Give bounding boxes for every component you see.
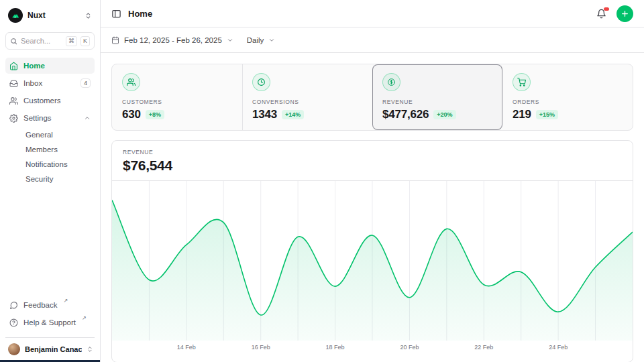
sidebar-item-customers[interactable]: Customers (5, 93, 95, 109)
chevron-down-icon (268, 37, 275, 44)
filter-toolbar: Feb 12, 2025 - Feb 26, 2025 Daily (101, 27, 644, 53)
home-icon (9, 62, 18, 70)
stat-value: $477,626 (382, 108, 429, 121)
dashboard-content: CUSTOMERS 630 +8% CONVERSIONS 1343 +14% (101, 53, 644, 362)
users-icon (122, 73, 140, 91)
chart-current-value: $76,544 (123, 158, 622, 174)
stat-value: 630 (122, 108, 141, 121)
revenue-area-chart (112, 181, 633, 341)
nuxt-logo (8, 8, 23, 23)
x-axis-ticks: 14 Feb16 Feb18 Feb20 Feb22 Feb24 Feb (112, 341, 633, 355)
sidebar-item-members[interactable]: Members (5, 142, 95, 157)
stat-label: CONVERSIONS (252, 99, 362, 105)
cart-icon (513, 73, 531, 91)
add-button[interactable] (616, 5, 633, 22)
sidebar-nav: Home Inbox 4 Customers Settings Ge (5, 58, 95, 186)
footer-link-label: Help & Support (23, 318, 76, 326)
chart-canvas (112, 181, 633, 341)
clock-icon (252, 73, 270, 91)
stat-card-revenue[interactable]: REVENUE $477,626 +20% (372, 64, 502, 130)
granularity-label: Daily (247, 36, 264, 44)
sidebar-item-label: Settings (23, 114, 52, 122)
footer-link-label: Feedback (23, 301, 58, 309)
top-header: Home (101, 0, 644, 27)
stat-label: CUSTOMERS (122, 99, 232, 105)
external-link-icon: ↗ (82, 314, 87, 322)
stat-delta-badge: +15% (536, 110, 558, 119)
x-tick-label: 20 Feb (400, 344, 419, 351)
workspace-selector[interactable]: Nuxt (5, 7, 95, 24)
calendar-icon (111, 36, 119, 44)
granularity-select[interactable]: Daily (247, 36, 276, 44)
sidebar-item-label: Inbox (23, 79, 42, 87)
notification-dot (604, 7, 609, 11)
gear-icon (9, 114, 18, 123)
stat-card-conversions[interactable]: CONVERSIONS 1343 +14% (242, 64, 372, 130)
stat-delta-badge: +8% (146, 110, 164, 119)
inbox-icon (9, 79, 18, 88)
header-actions (596, 5, 633, 22)
chevrons-up-down-icon (85, 12, 92, 19)
stat-delta-badge: +20% (433, 110, 455, 119)
user-menu[interactable]: Benjamin Canac (5, 337, 95, 357)
avatar (8, 343, 20, 355)
sidebar: Nuxt Search... ⌘ K Home Inbox 4 (0, 0, 101, 362)
stat-value: 1343 (252, 108, 277, 121)
feedback-link[interactable]: Feedback ↗ (5, 297, 95, 313)
chart-title: REVENUE (123, 149, 622, 156)
stat-card-orders[interactable]: ORDERS 219 +15% (502, 64, 633, 130)
message-icon (9, 301, 18, 310)
kbd-k: K (80, 36, 90, 46)
help-circle-icon (9, 318, 18, 327)
sidebar-item-inbox[interactable]: Inbox 4 (5, 75, 95, 91)
stat-delta-badge: +14% (282, 110, 304, 119)
user-name: Benjamin Canac (25, 345, 82, 353)
date-range-label: Feb 12, 2025 - Feb 26, 2025 (124, 36, 222, 44)
x-tick-label: 22 Feb (474, 344, 493, 351)
workspace-name: Nuxt (28, 11, 80, 20)
sidebar-footer: Feedback ↗ Help & Support ↗ Benjamin Can… (5, 297, 95, 357)
stat-card-customers[interactable]: CUSTOMERS 630 +8% (112, 64, 242, 130)
sidebar-item-notifications[interactable]: Notifications (5, 157, 95, 172)
kbd-cmd: ⌘ (66, 36, 77, 46)
main-area: Home Feb 12, 2025 - Feb 26, 2025 Da (101, 0, 644, 362)
date-range-picker[interactable]: Feb 12, 2025 - Feb 26, 2025 (111, 36, 233, 44)
settings-subnav: General Members Notifications Security (5, 127, 95, 186)
chevron-up-icon (84, 115, 91, 121)
external-link-icon: ↗ (64, 297, 68, 304)
help-support-link[interactable]: Help & Support ↗ (5, 314, 95, 330)
chevron-down-icon (227, 37, 233, 44)
sidebar-item-general[interactable]: General (5, 127, 95, 142)
search-input[interactable]: Search... ⌘ K (5, 32, 95, 50)
x-tick-label: 14 Feb (177, 344, 196, 351)
sidebar-item-settings[interactable]: Settings (5, 110, 95, 126)
dollar-circle-icon (382, 73, 400, 91)
sidebar-item-security[interactable]: Security (5, 172, 95, 186)
sidebar-item-label: Customers (23, 97, 61, 105)
x-tick-label: 18 Feb (326, 344, 345, 351)
sidebar-item-home[interactable]: Home (5, 58, 95, 74)
stat-label: ORDERS (513, 99, 623, 105)
sidebar-item-label: Home (23, 62, 45, 70)
stat-label: REVENUE (382, 99, 492, 105)
plus-icon (621, 9, 629, 18)
stats-row: CUSTOMERS 630 +8% CONVERSIONS 1343 +14% (111, 64, 633, 131)
x-tick-label: 16 Feb (252, 344, 270, 351)
revenue-chart-panel: REVENUE $76,544 14 Feb16 Feb18 Feb20 Feb… (111, 140, 633, 362)
search-placeholder: Search... (21, 37, 62, 45)
panel-collapse-icon[interactable] (111, 9, 121, 19)
x-tick-label: 24 Feb (549, 344, 568, 351)
page-title: Home (128, 9, 152, 19)
chart-header: REVENUE $76,544 (112, 141, 633, 181)
search-icon (10, 38, 17, 45)
chevrons-up-down-icon (87, 346, 93, 353)
inbox-count-badge: 4 (80, 78, 91, 88)
stat-value: 219 (513, 108, 531, 121)
users-icon (9, 97, 18, 105)
bell-icon[interactable] (596, 9, 606, 19)
